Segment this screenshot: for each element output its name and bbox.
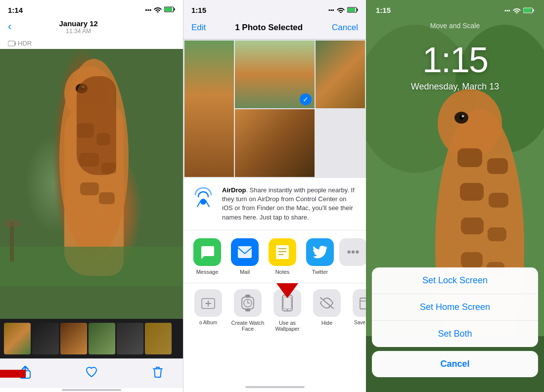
- app-notes[interactable]: Notes: [266, 238, 299, 275]
- watch-face-label: Create Watch Face: [230, 320, 266, 332]
- svg-point-13: [76, 84, 88, 93]
- signal-icon: ▪▪▪: [145, 6, 151, 13]
- thumb-item[interactable]: [4, 323, 31, 354]
- delete-button[interactable]: [152, 366, 163, 382]
- notes-app-icon[interactable]: [269, 238, 296, 266]
- airdrop-title: AirDrop: [222, 186, 246, 194]
- nav-bar-left: ‹ January 12 11:34 AM: [0, 18, 183, 38]
- svg-point-6: [64, 66, 114, 121]
- edit-button[interactable]: Edit: [191, 23, 206, 33]
- watch-face-icon[interactable]: [234, 289, 262, 317]
- hide-label: Hide: [321, 320, 333, 326]
- svg-point-14: [80, 86, 84, 90]
- share-actions-row: o Album Create Watch Face: [183, 283, 366, 338]
- share-apps-row: Message Mail Notes Twitter: [183, 230, 366, 283]
- hide-icon[interactable]: [313, 289, 341, 317]
- svg-rect-7: [77, 123, 94, 138]
- more-app-icon[interactable]: •••: [339, 238, 366, 266]
- back-button[interactable]: ‹: [8, 20, 11, 33]
- app-mail[interactable]: Mail: [228, 238, 262, 275]
- airdrop-description: AirDrop. Share instantly with people nea…: [222, 186, 358, 222]
- thumb-item[interactable]: [32, 323, 59, 354]
- move-scale-label: Move and Scale: [430, 22, 480, 30]
- status-bar-left: 1:14 ▪▪▪: [0, 0, 183, 18]
- wp-signal-icon: ▪▪▪: [504, 7, 510, 13]
- share-nav-title: 1 Photo Selected: [235, 23, 303, 33]
- app-more[interactable]: •••: [341, 238, 365, 275]
- panel-wallpaper-preview: 1:15 ▪▪▪ Move and Scale 1:15 Wednesday, …: [366, 0, 544, 392]
- twitter-app-icon[interactable]: [306, 238, 334, 266]
- chevron-left-icon: ‹: [8, 20, 11, 33]
- mail-app-label: Mail: [240, 269, 250, 275]
- lock-screen-date: Wednesday, March 13: [411, 82, 499, 92]
- action-add-album[interactable]: o Album: [190, 289, 226, 332]
- wallpaper-status-bar: 1:15 ▪▪▪: [366, 0, 544, 16]
- status-time-mid: 1:15: [191, 6, 206, 14]
- cancel-wallpaper-button[interactable]: Cancel: [372, 351, 538, 377]
- app-twitter[interactable]: Twitter: [303, 238, 337, 275]
- action-wallpaper[interactable]: Use as Wallpaper: [270, 289, 305, 332]
- grid-photo-center[interactable]: ✓: [235, 41, 315, 108]
- status-time-left: 1:14: [8, 6, 23, 14]
- svg-rect-21: [357, 9, 358, 11]
- cancel-button[interactable]: Cancel: [332, 23, 358, 33]
- svg-point-5: [59, 59, 129, 257]
- status-icons-left: ▪▪▪: [145, 6, 175, 14]
- svg-rect-49: [487, 158, 508, 174]
- thumb-item[interactable]: [117, 323, 143, 354]
- svg-rect-52: [461, 218, 484, 234]
- thumb-item[interactable]: [89, 323, 115, 354]
- app-message[interactable]: Message: [190, 238, 224, 275]
- mail-app-icon[interactable]: [231, 238, 259, 266]
- signal-icon-mid: ▪▪▪: [328, 7, 334, 13]
- save-to-label: Save to F...: [354, 320, 366, 325]
- svg-rect-10: [101, 163, 116, 174]
- grid-photo-left[interactable]: [184, 41, 234, 177]
- svg-rect-11: [80, 182, 99, 195]
- panel-share-sheet: 1:15 ▪▪▪ Edit 1 Photo Selected Cancel ✓: [183, 0, 366, 392]
- panel-photo-viewer: 1:14 ▪▪▪ ‹ January 12 11:34 AM HDR: [0, 0, 183, 392]
- action-hide[interactable]: Hide: [309, 289, 345, 332]
- grid-photo-right-top[interactable]: [316, 41, 365, 108]
- message-app-icon[interactable]: [193, 238, 221, 266]
- add-album-label: o Album: [199, 320, 217, 325]
- wp-status-icons: ▪▪▪: [504, 7, 534, 13]
- share-nav: Edit 1 Photo Selected Cancel: [183, 18, 366, 40]
- svg-rect-17: [10, 222, 14, 261]
- svg-rect-16: [0, 247, 183, 286]
- action-watch-face[interactable]: Create Watch Face: [230, 289, 266, 332]
- nav-time-sub: 11:34 AM: [11, 28, 145, 35]
- wallpaper-icon[interactable]: [273, 289, 301, 317]
- svg-rect-18: [4, 219, 20, 227]
- svg-rect-8: [96, 133, 110, 145]
- wallpaper-label: Use as Wallpaper: [270, 320, 305, 332]
- share-button[interactable]: [20, 366, 31, 382]
- photo-bottom-toolbar: [0, 358, 183, 388]
- svg-rect-22: [348, 8, 355, 12]
- svg-point-23: [200, 199, 206, 205]
- battery-icon: [164, 6, 175, 14]
- grid-photo-right-bottom[interactable]: [235, 109, 315, 177]
- add-album-icon[interactable]: [194, 289, 222, 317]
- svg-point-15: [82, 86, 84, 88]
- set-home-screen-button[interactable]: Set Home Screen: [372, 294, 538, 320]
- airdrop-section: AirDrop. Share instantly with people nea…: [183, 178, 366, 230]
- svg-rect-9: [79, 153, 99, 167]
- thumb-item[interactable]: [145, 323, 172, 354]
- thumbnail-strip[interactable]: [0, 319, 183, 358]
- svg-rect-50: [460, 183, 484, 201]
- wp-status-time: 1:15: [376, 6, 391, 14]
- svg-rect-41: [283, 297, 291, 309]
- main-photo[interactable]: [0, 49, 183, 319]
- svg-rect-26: [238, 246, 252, 258]
- lock-screen-time: 1:15: [422, 40, 488, 80]
- svg-line-25: [206, 201, 209, 207]
- thumb-item[interactable]: [60, 323, 87, 354]
- save-to-icon[interactable]: [353, 289, 366, 317]
- set-both-button[interactable]: Set Both: [372, 320, 538, 347]
- svg-rect-51: [489, 193, 508, 208]
- action-save-to[interactable]: Save to F...: [349, 289, 366, 332]
- svg-rect-2: [165, 7, 172, 11]
- like-button[interactable]: [85, 366, 98, 381]
- set-lock-screen-button[interactable]: Set Lock Screen: [372, 267, 538, 294]
